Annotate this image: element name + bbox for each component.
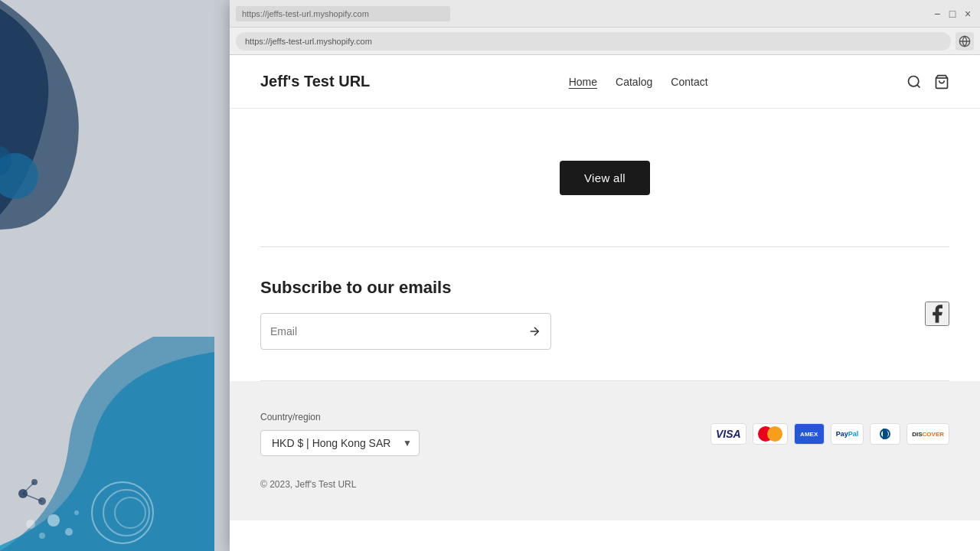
country-select-wrapper: HKD $ | Hong Kong SAR ▼: [260, 430, 420, 456]
email-submit-button[interactable]: [528, 324, 541, 338]
bg-decoration-top: [0, 0, 214, 230]
close-button[interactable]: ×: [962, 8, 974, 20]
page-content[interactable]: Jeff's Test URL Home Catalog Contact: [230, 55, 980, 551]
country-select[interactable]: HKD $ | Hong Kong SAR: [260, 430, 420, 456]
address-bar: https://jeffs-test-url.myshopify.com: [230, 28, 980, 55]
country-region-section: Country/region HKD $ | Hong Kong SAR ▼: [260, 412, 420, 456]
email-input[interactable]: [270, 325, 528, 337]
visa-icon: VISA: [710, 423, 746, 445]
url-input[interactable]: https://jeffs-test-url.myshopify.com: [236, 32, 951, 51]
nav-home[interactable]: Home: [569, 76, 597, 88]
maximize-button[interactable]: □: [946, 8, 959, 20]
svg-line-13: [23, 494, 42, 501]
header-icons: [906, 74, 949, 90]
svg-line-14: [23, 482, 34, 494]
svg-point-15: [909, 76, 919, 86]
site-nav: Home Catalog Contact: [569, 76, 708, 88]
site-logo[interactable]: Jeff's Test URL: [260, 73, 370, 90]
site-footer: Country/region HKD $ | Hong Kong SAR ▼ V…: [230, 381, 980, 520]
email-form: [260, 313, 551, 350]
site-header: Jeff's Test URL Home Catalog Contact: [230, 55, 980, 109]
svg-point-8: [26, 520, 35, 529]
facebook-button[interactable]: [925, 302, 949, 326]
discover-icon: DISCOVER: [906, 423, 949, 445]
svg-point-6: [65, 528, 73, 536]
main-content: View all: [230, 109, 980, 246]
paypal-icon: PayPal: [831, 423, 864, 445]
view-all-button[interactable]: View all: [560, 161, 650, 195]
amex-icon: AMEX: [794, 423, 825, 445]
country-label: Country/region: [260, 412, 420, 422]
nav-catalog[interactable]: Catalog: [616, 76, 652, 88]
address-display: https://jeffs-test-url.myshopify.com: [236, 6, 450, 21]
social-icons: [925, 302, 949, 326]
translate-button[interactable]: [956, 32, 974, 51]
search-button[interactable]: [906, 74, 922, 90]
svg-point-5: [47, 514, 60, 527]
subscribe-section: Subscribe to our emails: [230, 247, 980, 380]
title-bar: https://jeffs-test-url.myshopify.com − □…: [230, 0, 980, 28]
nav-contact[interactable]: Contact: [671, 76, 707, 88]
window-controls: − □ ×: [931, 8, 974, 20]
copyright: © 2023, Jeff's Test URL: [260, 479, 949, 490]
diners-icon: [870, 423, 900, 445]
mastercard-icon: [753, 423, 788, 445]
subscribe-title: Subscribe to our emails: [260, 278, 949, 298]
svg-point-7: [39, 533, 45, 539]
payment-icons: VISA AMEX PayPal: [710, 423, 949, 445]
svg-point-9: [74, 510, 79, 515]
minimize-button[interactable]: −: [931, 8, 943, 20]
cart-button[interactable]: [934, 74, 949, 90]
browser-window: https://jeffs-test-url.myshopify.com − □…: [230, 0, 980, 551]
title-bar-left: https://jeffs-test-url.myshopify.com: [236, 6, 450, 21]
bg-decoration-bottom: [0, 306, 214, 551]
footer-top: Country/region HKD $ | Hong Kong SAR ▼ V…: [260, 412, 949, 456]
